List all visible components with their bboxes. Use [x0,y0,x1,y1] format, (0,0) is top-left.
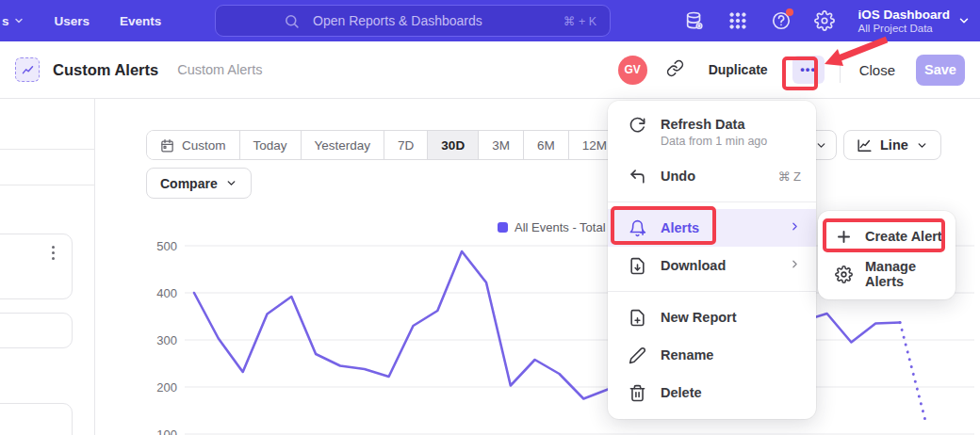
nav-link-events[interactable]: Events [120,14,161,28]
menu-item-undo[interactable]: Undo⌘ Z [608,157,816,195]
menu-divider [608,201,816,202]
menu-item-new-report[interactable]: New Report [608,298,816,336]
menu-item-label: Delete [661,385,702,400]
settings-icon[interactable] [814,10,835,31]
report-header: Custom Alerts Custom Alerts GV Duplicate… [0,41,980,99]
range-label: Today [253,138,287,153]
menu-item-sublabel: Data from 1 min ago [661,135,767,148]
menu-item-delete[interactable]: Delete [608,374,816,411]
avatar[interactable]: GV [618,56,647,85]
range-label: Custom [182,138,226,153]
menu-item-label: Refresh Data [661,117,767,132]
chart-legend[interactable]: All Events - Total [498,220,606,234]
chevron-down-icon [957,14,971,27]
menu-item-label: Download [661,258,726,273]
breadcrumb: Custom Alerts [177,62,262,77]
svg-text:500: 500 [156,239,177,253]
menu-item-label: Create Alert [865,229,942,244]
trash-icon [629,384,646,402]
calendar-icon [160,138,174,153]
compare-button[interactable]: Compare [146,168,252,199]
report-content: 500400300200100 All Events - Total Custo… [0,99,980,435]
more-options-menu: Refresh DataData from 1 min agoUndo⌘ ZAl… [608,101,816,419]
global-search-input[interactable]: Open Reports & Dashboards ⌘ + K [215,5,611,37]
compare-label: Compare [160,176,218,191]
chevron-down-icon [815,139,827,152]
svg-text:200: 200 [156,380,177,395]
page-title: Custom Alerts [53,61,158,79]
save-button[interactable]: Save [916,55,965,86]
menu-item-download[interactable]: Download [608,247,816,284]
gear-icon [835,266,853,283]
nav-right-group: iOS Dashboard All Project Data [684,0,971,41]
range-button-3m[interactable]: 3M [478,131,523,159]
search-icon [284,13,300,29]
range-button-7d[interactable]: 7D [384,131,427,159]
apps-grid-icon[interactable] [727,10,748,31]
svg-text:100: 100 [156,427,177,435]
menu-item-alerts[interactable]: Alerts [608,209,816,247]
data-stack-icon[interactable] [684,10,705,31]
duplicate-button[interactable]: Duplicate [709,62,768,77]
more-options-button[interactable]: ••• [792,56,825,84]
search-placeholder: Open Reports & Dashboards [313,13,564,28]
range-label: 6M [537,138,555,153]
divider [840,56,841,83]
project-switcher[interactable]: iOS Dashboard All Project Data [858,8,971,34]
chart-type-button[interactable]: Line [843,130,941,160]
project-scope: All Project Data [858,23,950,34]
legend-swatch [498,222,508,233]
alerts-submenu: Create AlertManage Alerts [818,211,956,299]
report-chart-icon [15,57,40,82]
menu-item-label: New Report [661,310,737,325]
range-button-yesterday[interactable]: Yesterday [301,131,384,159]
chevron-down-icon [13,15,24,26]
bell-plus-icon [629,219,646,237]
project-name: iOS Dashboard [858,8,950,22]
range-label: 30D [441,138,465,153]
menu-item-refresh-data[interactable]: Refresh DataData from 1 min ago [608,108,816,157]
line-chart-icon [857,137,873,153]
chart-type-label: Line [880,137,908,153]
menu-item-shortcut: ⌘ Z [777,169,801,184]
nav-item-partial[interactable]: s [2,14,24,28]
range-button-30d[interactable]: 30D [427,131,478,159]
help-icon[interactable] [771,10,792,31]
notification-dot [786,8,793,16]
svg-text:400: 400 [156,286,177,300]
menu-item-rename[interactable]: Rename [608,336,816,374]
nav-link-users[interactable]: Users [55,14,90,28]
search-shortcut: ⌘ + K [564,14,596,28]
app-window: s Users Events Open Reports & Dashboards… [0,0,980,435]
menu-item-label: Manage Alerts [865,259,942,289]
menu-item-manage-alerts[interactable]: Manage Alerts [818,255,956,293]
date-range-selector: CustomTodayYesterday7D30D3M6M12M [146,130,621,160]
refresh-icon [629,117,646,135]
menu-item-create-alert[interactable]: Create Alert [818,218,956,255]
menu-divider [608,291,816,292]
range-label: 7D [398,138,414,153]
svg-text:300: 300 [156,333,177,347]
header-actions: GV Duplicate ••• Close Save [618,55,965,86]
menu-item-label: Undo [661,169,695,184]
download-icon [629,257,646,275]
legend-label: All Events - Total [514,220,606,234]
range-button-6m[interactable]: 6M [523,131,568,159]
chevron-down-icon [225,177,237,189]
range-button-custom[interactable]: Custom [147,131,239,159]
chevron-right-icon [789,220,801,235]
chevron-right-icon [789,258,801,273]
close-button[interactable]: Close [859,62,895,78]
top-navbar: s Users Events Open Reports & Dashboards… [0,0,980,41]
plus-icon [835,228,853,246]
copy-link-icon[interactable] [666,59,684,81]
menu-item-label: Alerts [661,220,699,235]
range-label: 12M [582,138,607,153]
undo-icon [629,168,646,185]
nav-partial-label: s [2,14,9,28]
range-button-today[interactable]: Today [239,131,301,159]
file-plus-icon [629,309,646,327]
pencil-icon [629,346,646,364]
menu-item-label: Rename [661,347,713,362]
range-label: Yesterday [315,138,371,153]
